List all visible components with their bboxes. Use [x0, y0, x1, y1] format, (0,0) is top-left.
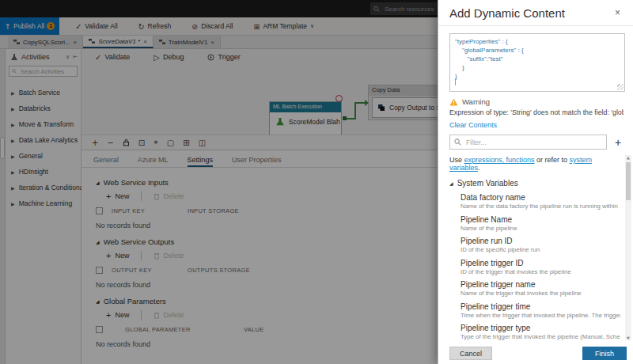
select-all-checkbox[interactable]: [96, 207, 103, 214]
list-item-pipeline-run-id[interactable]: Pipeline run ID ID of the specific pipel…: [461, 237, 620, 254]
validate-label: Validate: [104, 53, 130, 61]
tab-general[interactable]: General: [93, 150, 119, 167]
refresh-button[interactable]: ↻ Refresh: [134, 17, 176, 35]
zoom-out-icon[interactable]: −: [107, 138, 113, 147]
sidebar-item-iteration-conditionals[interactable]: ▶Iteration & Conditionals: [6, 180, 81, 195]
finish-button[interactable]: Finish: [582, 347, 627, 360]
validate-button[interactable]: ✓ Validate: [90, 52, 135, 63]
caret-collapsed-icon: ▶: [11, 169, 15, 175]
arm-template-button[interactable]: ⊞ ARM Template ∨: [248, 17, 319, 35]
expression-code[interactable]: "typeProperties" : { "globalParameters" …: [455, 37, 620, 81]
select-tool-icon[interactable]: ▢: [167, 138, 174, 147]
lock-icon[interactable]: [123, 138, 130, 146]
splitter-handle[interactable]: [0, 137, 5, 159]
trash-icon: [154, 193, 160, 200]
list-item-pipeline-trigger-name[interactable]: Pipeline trigger name Name of the trigge…: [461, 280, 620, 298]
scrollbar[interactable]: ▲ ▼: [625, 155, 631, 340]
expressions-functions-link[interactable]: expressions, functions: [464, 156, 535, 164]
activities-sidebar: Activities ∨ ⇤ ▶Batch Service ▶Databrick…: [6, 49, 81, 364]
sidebar-item-batch-service[interactable]: ▶Batch Service: [6, 85, 81, 100]
close-icon[interactable]: ×: [210, 39, 214, 46]
warning-label: Warning: [462, 97, 490, 106]
zoom-in-icon[interactable]: +: [92, 138, 98, 147]
column-header: INPUT KEY: [112, 207, 188, 214]
close-panel-button[interactable]: ×: [610, 6, 625, 19]
tab-copysqlscori[interactable]: CopySQLScori... ×: [8, 36, 83, 48]
delete-button-disabled[interactable]: Delete: [149, 191, 188, 201]
sidebar-item-hdinsight[interactable]: ▶HDInsight: [6, 164, 81, 180]
sidebar-item-move-transform[interactable]: ▶Move & Transform: [6, 116, 81, 132]
filter-input[interactable]: [464, 138, 602, 147]
warning-icon: [449, 98, 458, 106]
tab-scoredatav1[interactable]: ScoreDataV1 * ×: [83, 36, 154, 48]
zoom-reset-icon[interactable]: ⊡: [138, 138, 145, 147]
sidebar-item-data-lake-analytics[interactable]: ▶Data Lake Analytics: [6, 132, 81, 148]
system-variables-header[interactable]: ◢ System Variables: [449, 179, 620, 188]
search-icon: [454, 138, 461, 146]
plus-icon: +: [106, 310, 111, 320]
trash-icon: [154, 252, 160, 260]
tab-trainmodelv1[interactable]: TrainModelV1 ×: [154, 36, 221, 48]
delete-button-disabled[interactable]: Delete: [149, 251, 188, 260]
copy-data-node[interactable]: Copy Data Copy Output to SQL: [368, 85, 438, 120]
plus-icon: +: [106, 191, 111, 201]
global-parameters-section: ◢ Global Parameters +New Delete GLOBAL: [96, 297, 438, 348]
trigger-label: Trigger: [218, 53, 240, 61]
new-button[interactable]: +New: [101, 309, 134, 320]
auto-align-icon[interactable]: ⊞: [183, 138, 189, 147]
section-header[interactable]: ◢ Web Service Inputs: [96, 178, 438, 187]
plus-icon: +: [106, 251, 111, 260]
activity-config-panel: General Azure ML Settings User Propertie…: [81, 150, 438, 364]
adf-authoring-region: ↑ Publish All 1 ✓ Validate All ↻ Refresh…: [0, 0, 438, 364]
new-button[interactable]: +New: [101, 191, 134, 202]
publish-all-button[interactable]: ↑ Publish All 1: [0, 17, 59, 35]
section-header[interactable]: ◢ Global Parameters: [96, 297, 438, 305]
panel-splitter[interactable]: [0, 49, 6, 364]
discard-all-button[interactable]: ⊘ Discard All: [187, 17, 237, 35]
activities-search-box[interactable]: [9, 66, 78, 77]
ml-batch-execution-node[interactable]: ML Batch Execution ScoreModel Blah: [269, 101, 342, 135]
add-expression-button[interactable]: +: [612, 136, 624, 149]
list-item-data-factory-name[interactable]: Data factory name Name of the data facto…: [461, 193, 620, 210]
new-button[interactable]: +New: [101, 250, 134, 261]
cancel-button[interactable]: Cancel: [449, 347, 492, 360]
clear-contents-link[interactable]: Clear Contents: [449, 121, 497, 129]
collapse-panel-icon[interactable]: ⇤: [73, 54, 78, 60]
scrollbar-thumb[interactable]: [626, 162, 631, 200]
fit-to-screen-icon[interactable]: ⌖: [154, 138, 158, 147]
trigger-button[interactable]: Trigger: [203, 52, 244, 62]
tab-azure-ml[interactable]: Azure ML: [138, 150, 169, 167]
portal-search-input[interactable]: [383, 5, 438, 13]
caret-collapsed-icon: ▶: [11, 138, 15, 143]
list-item-pipeline-trigger-time[interactable]: Pipeline trigger time Time when the trig…: [461, 302, 620, 320]
pipeline-icon: [159, 39, 165, 45]
tab-settings[interactable]: Settings: [188, 150, 214, 167]
sidebar-item-machine-learning[interactable]: ▶Machine Learning: [6, 195, 81, 211]
chevron-down-icon[interactable]: ∨: [66, 54, 70, 60]
list-item-pipeline-trigger-id[interactable]: Pipeline trigger ID ID of the trigger th…: [461, 259, 620, 276]
list-item-pipeline-name[interactable]: Pipeline Name Name of the pipeline: [461, 215, 620, 233]
empty-state-text: No records found: [96, 222, 438, 229]
filter-box[interactable]: [449, 135, 607, 150]
close-icon[interactable]: ×: [74, 39, 78, 46]
select-all-checkbox[interactable]: [96, 267, 103, 274]
tab-user-properties[interactable]: User Properties: [232, 150, 282, 167]
close-icon[interactable]: ×: [143, 38, 147, 45]
sidebar-item-general[interactable]: ▶General: [6, 148, 81, 164]
copy-output-activity[interactable]: Copy Output to SQL: [372, 97, 438, 118]
select-all-checkbox[interactable]: [96, 326, 103, 333]
canvas-toolbar: ✓ Validate ▷ Debug Trigger: [81, 49, 438, 65]
expression-editor[interactable]: "typeProperties" : { "globalParameters" …: [449, 33, 625, 92]
resize-handle[interactable]: [617, 84, 624, 90]
empty-state-text: No records found: [96, 340, 438, 348]
validate-all-button[interactable]: ✓ Validate All: [70, 17, 122, 35]
section-header[interactable]: ◢ Web Service Outputs: [96, 237, 438, 246]
list-item-pipeline-trigger-type[interactable]: Pipeline trigger type Type of the trigge…: [461, 324, 620, 341]
activities-search-input[interactable]: [19, 67, 74, 76]
delete-button-disabled[interactable]: Delete: [149, 310, 188, 320]
portal-search-box[interactable]: [370, 2, 442, 15]
add-node-icon[interactable]: ◫: [199, 138, 206, 147]
sidebar-item-databricks[interactable]: ▶Databricks: [6, 100, 81, 116]
debug-button[interactable]: ▷ Debug: [149, 52, 188, 63]
pipeline-canvas[interactable]: ✓ Validate ▷ Debug Trigger Copy Data Cop…: [81, 49, 438, 135]
